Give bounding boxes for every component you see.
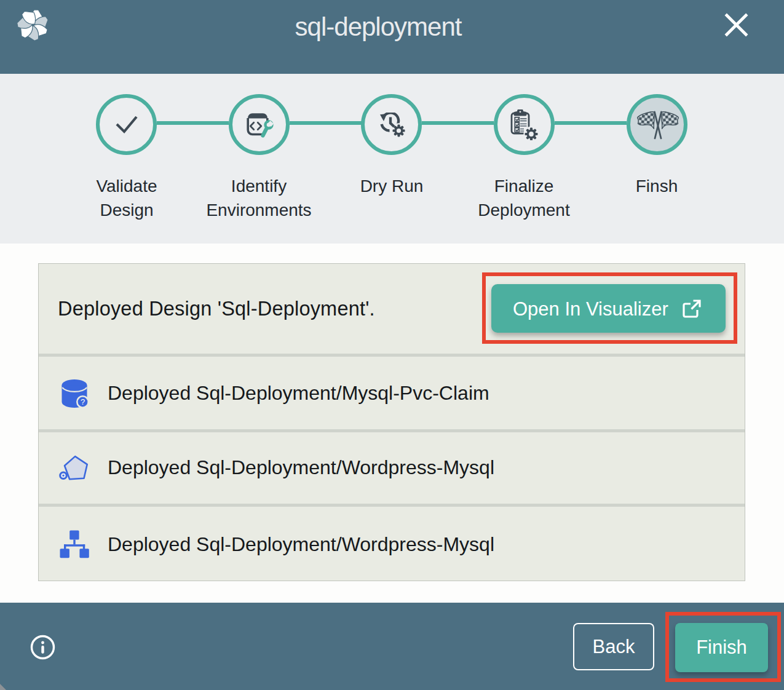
svg-text:?: ? <box>81 397 85 406</box>
